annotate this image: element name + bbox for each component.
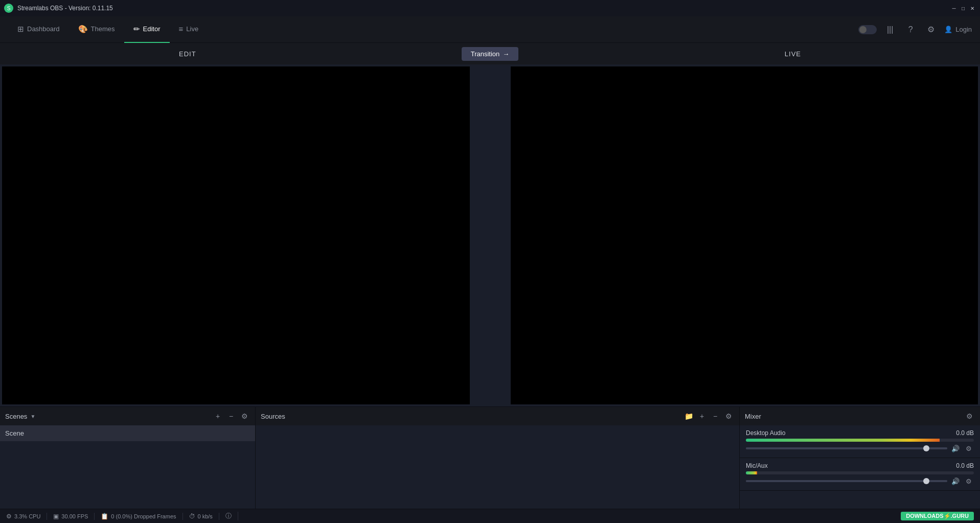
dashboard-icon: ⊞ xyxy=(17,25,24,34)
scene-item[interactable]: Scene xyxy=(0,425,255,442)
window-controls: ─ □ ✕ xyxy=(950,5,976,12)
nav-item-themes[interactable]: 🎨 Themes xyxy=(69,16,124,43)
nav-label-dashboard: Dashboard xyxy=(27,25,60,33)
fps-icon: ▣ xyxy=(53,513,59,520)
live-preview xyxy=(511,66,978,404)
mic-aux-volume-bar xyxy=(746,471,974,474)
live-icon: ≡ xyxy=(179,25,184,33)
mic-aux-slider-row: 🔊 ⚙ xyxy=(746,476,974,486)
title-bar-left: S Streamlabs OBS - Version: 0.11.15 xyxy=(4,4,113,13)
desktop-audio-slider-row: 🔊 ⚙ xyxy=(746,443,974,453)
desktop-audio-label: Desktop Audio xyxy=(746,429,785,437)
nav-item-dashboard[interactable]: ⊞ Dashboard xyxy=(8,16,69,43)
scenes-settings-button[interactable]: ⚙ xyxy=(239,411,250,422)
mic-aux-db: 0.0 dB xyxy=(956,462,974,469)
studio-live-label: LIVE xyxy=(785,50,801,58)
scenes-add-button[interactable]: + xyxy=(212,411,223,422)
mic-aux-mute-button[interactable]: 🔊 xyxy=(950,476,961,486)
sources-add-button[interactable]: + xyxy=(696,411,708,422)
desktop-audio-track xyxy=(746,447,947,449)
nav-label-themes: Themes xyxy=(91,25,115,33)
scenes-dropdown-arrow[interactable]: ▼ xyxy=(30,414,35,419)
fps-status: ▣ 30.00 FPS xyxy=(47,513,95,520)
close-button[interactable]: ✕ xyxy=(969,5,976,12)
cpu-icon: ⚙ xyxy=(6,513,12,520)
scenes-panel: Scenes ▼ + − ⚙ Scene xyxy=(0,407,256,509)
transition-arrow-icon: → xyxy=(503,50,509,58)
mixer-controls: ⚙ xyxy=(964,411,975,422)
downloads-badge[interactable]: DOWNLOADS⚡.GURU xyxy=(901,512,974,520)
title-bar: S Streamlabs OBS - Version: 0.11.15 ─ □ … xyxy=(0,0,980,16)
sources-list xyxy=(256,425,739,509)
transition-divider xyxy=(470,64,511,406)
desktop-audio-db: 0.0 dB xyxy=(956,429,974,437)
cpu-status: ⚙ 3.3% CPU xyxy=(6,513,47,520)
minimize-button[interactable]: ─ xyxy=(950,5,958,12)
scenes-remove-button[interactable]: − xyxy=(225,411,237,422)
settings-icon-btn[interactable]: ⚙ xyxy=(924,22,938,37)
mixer-settings-button[interactable]: ⚙ xyxy=(964,411,975,422)
status-bar: ⚙ 3.3% CPU ▣ 30.00 FPS 📋 0 (0.0%) Droppe… xyxy=(0,509,980,523)
desktop-audio-mute-button[interactable]: 🔊 xyxy=(950,443,961,453)
sources-panel: Sources 📁 + − ⚙ xyxy=(256,407,740,509)
mixer-channel-mic: Mic/Aux 0.0 dB 🔊 ⚙ xyxy=(740,458,980,491)
desktop-audio-slider[interactable] xyxy=(746,447,947,449)
transition-button[interactable]: Transition → xyxy=(462,47,519,61)
help-icon-btn[interactable]: ? xyxy=(903,22,918,37)
scenes-panel-header: Scenes ▼ + − ⚙ xyxy=(0,407,255,425)
cpu-label: 3.3% CPU xyxy=(14,513,40,519)
mixer-title-area: Mixer xyxy=(745,413,761,420)
nav-bar: ⊞ Dashboard 🎨 Themes ✏ Editor ≡ Live |||… xyxy=(0,16,980,43)
sources-title-area: Sources xyxy=(261,413,285,420)
nav-left: ⊞ Dashboard 🎨 Themes ✏ Editor ≡ Live xyxy=(8,16,208,43)
network-status: ⏱ 0 kb/s xyxy=(183,513,219,520)
scenes-title-area: Scenes ▼ xyxy=(5,413,35,420)
transition-label: Transition xyxy=(471,50,500,58)
sources-settings-button[interactable]: ⚙ xyxy=(723,411,734,422)
mic-aux-track xyxy=(746,480,947,482)
dropped-status: 📋 0 (0.0%) Dropped Frames xyxy=(95,513,183,520)
desktop-audio-settings-button[interactable]: ⚙ xyxy=(964,443,974,453)
bottom-panels: Scenes ▼ + − ⚙ Scene Sources xyxy=(0,406,980,509)
scenes-list: Scene xyxy=(0,425,255,509)
info-status[interactable]: ⓘ xyxy=(219,512,238,520)
title-text: Streamlabs OBS - Version: 0.11.15 xyxy=(17,5,113,12)
app-icon: S xyxy=(4,4,13,13)
mic-aux-settings-button[interactable]: ⚙ xyxy=(964,476,974,486)
login-icon: 👤 xyxy=(944,26,952,33)
fps-label: 30.00 FPS xyxy=(61,513,88,519)
sources-remove-button[interactable]: − xyxy=(710,411,721,422)
mixer-channel-desktop: Desktop Audio 0.0 dB 🔊 ⚙ xyxy=(740,425,980,458)
mic-aux-slider[interactable] xyxy=(746,480,947,482)
sources-controls: 📁 + − ⚙ xyxy=(683,411,734,422)
network-label: 0 kb/s xyxy=(198,513,213,519)
login-label: Login xyxy=(955,26,972,33)
nav-label-live: Live xyxy=(186,25,198,33)
scene-item-label: Scene xyxy=(5,429,24,437)
desktop-audio-volume-bar xyxy=(746,439,974,442)
sources-folder-button[interactable]: 📁 xyxy=(683,411,694,422)
scenes-controls: + − ⚙ xyxy=(212,411,250,422)
edit-preview xyxy=(2,66,470,404)
preview-area xyxy=(0,64,980,406)
nav-right: ||| ? ⚙ 👤 Login xyxy=(858,22,972,37)
maximize-button[interactable]: □ xyxy=(960,5,967,12)
main-area: EDIT Transition → LIVE Scenes ▼ + − ⚙ xyxy=(0,43,980,509)
dropped-icon: 📋 xyxy=(101,513,108,520)
nav-item-editor[interactable]: ✏ Editor xyxy=(124,16,170,43)
toggle-switch[interactable] xyxy=(858,25,877,34)
network-icon: ⏱ xyxy=(189,513,195,520)
themes-icon: 🎨 xyxy=(78,25,88,34)
info-icon: ⓘ xyxy=(225,512,232,520)
mixer-panel: Mixer ⚙ Desktop Audio 0.0 dB xyxy=(740,407,980,509)
studio-header: EDIT Transition → LIVE xyxy=(0,43,980,64)
mic-aux-thumb[interactable] xyxy=(923,478,929,484)
desktop-audio-thumb[interactable] xyxy=(923,445,929,451)
downloads-label: DOWNLOADS⚡.GURU xyxy=(906,513,969,519)
login-button[interactable]: 👤 Login xyxy=(944,26,972,33)
bars-icon-btn[interactable]: ||| xyxy=(883,22,897,37)
nav-label-editor: Editor xyxy=(143,25,161,33)
nav-item-live[interactable]: ≡ Live xyxy=(170,16,208,43)
studio-edit-label: EDIT xyxy=(179,50,196,58)
mixer-channels: Desktop Audio 0.0 dB 🔊 ⚙ xyxy=(740,425,980,509)
